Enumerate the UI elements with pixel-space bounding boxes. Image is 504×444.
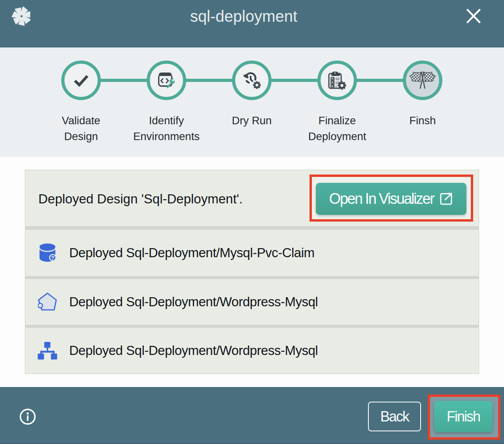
svg-text:?: ? [51,255,55,261]
